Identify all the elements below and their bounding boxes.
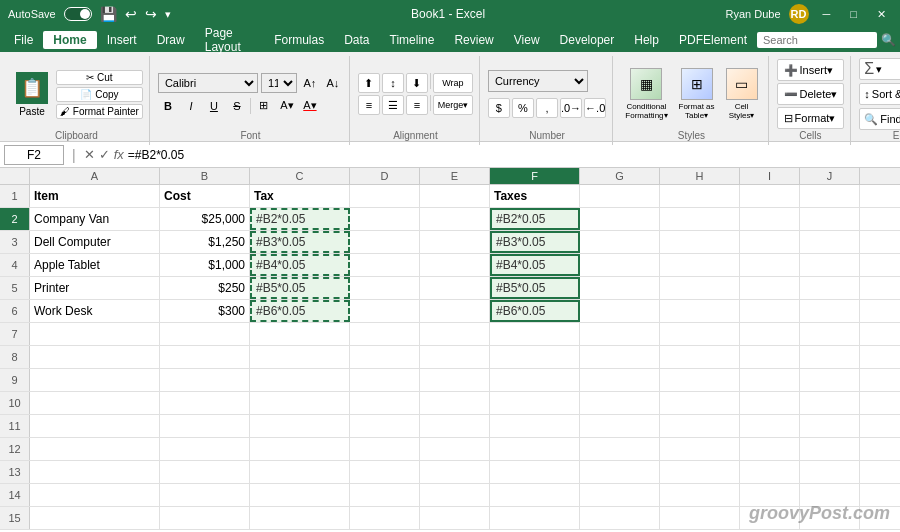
cell-i11[interactable] bbox=[740, 415, 800, 437]
cell-c15[interactable] bbox=[250, 507, 350, 529]
cell-i6[interactable] bbox=[740, 300, 800, 322]
cell-h4[interactable] bbox=[660, 254, 740, 276]
cell-d11[interactable] bbox=[350, 415, 420, 437]
cell-g9[interactable] bbox=[580, 369, 660, 391]
autosum-button[interactable]: Σ▾ bbox=[859, 58, 900, 80]
cell-a7[interactable] bbox=[30, 323, 160, 345]
cell-c7[interactable] bbox=[250, 323, 350, 345]
redo-icon[interactable]: ↪ bbox=[145, 6, 157, 22]
underline-button[interactable]: U bbox=[204, 96, 224, 116]
minimize-button[interactable]: ─ bbox=[817, 6, 837, 22]
cell-j14[interactable] bbox=[800, 484, 860, 506]
cell-j8[interactable] bbox=[800, 346, 860, 368]
cell-b12[interactable] bbox=[160, 438, 250, 460]
cell-d7[interactable] bbox=[350, 323, 420, 345]
cell-f2[interactable]: #B2*0.05 bbox=[490, 208, 580, 230]
cell-a10[interactable] bbox=[30, 392, 160, 414]
insert-cells-button[interactable]: ➕ Insert▾ bbox=[777, 59, 845, 81]
cell-h7[interactable] bbox=[660, 323, 740, 345]
cell-b5[interactable]: $250 bbox=[160, 277, 250, 299]
cell-f10[interactable] bbox=[490, 392, 580, 414]
search-input[interactable] bbox=[757, 32, 877, 48]
col-header-a[interactable]: A bbox=[30, 168, 160, 184]
copy-button[interactable]: 📄 Copy bbox=[56, 87, 143, 102]
cell-d12[interactable] bbox=[350, 438, 420, 460]
merge-button[interactable]: Merge▾ bbox=[433, 95, 473, 115]
cell-c8[interactable] bbox=[250, 346, 350, 368]
cell-g15[interactable] bbox=[580, 507, 660, 529]
cell-e9[interactable] bbox=[420, 369, 490, 391]
cell-f14[interactable] bbox=[490, 484, 580, 506]
cell-f9[interactable] bbox=[490, 369, 580, 391]
cell-f7[interactable] bbox=[490, 323, 580, 345]
cell-h9[interactable] bbox=[660, 369, 740, 391]
cell-h1[interactable] bbox=[660, 185, 740, 207]
cell-j5[interactable] bbox=[800, 277, 860, 299]
cell-a13[interactable] bbox=[30, 461, 160, 483]
find-select-button[interactable]: 🔍 Find & Select▾ bbox=[859, 108, 900, 130]
cell-g6[interactable] bbox=[580, 300, 660, 322]
cell-c3[interactable]: #B3*0.05 bbox=[250, 231, 350, 253]
wrap-text-button[interactable]: Wrap bbox=[433, 73, 473, 93]
cell-i4[interactable] bbox=[740, 254, 800, 276]
cell-h2[interactable] bbox=[660, 208, 740, 230]
cell-c9[interactable] bbox=[250, 369, 350, 391]
cell-d10[interactable] bbox=[350, 392, 420, 414]
italic-button[interactable]: I bbox=[181, 96, 201, 116]
menu-review[interactable]: Review bbox=[444, 31, 503, 49]
increase-decimal-button[interactable]: .0→ bbox=[560, 98, 582, 118]
cell-a5[interactable]: Printer bbox=[30, 277, 160, 299]
cut-button[interactable]: ✂ Cut bbox=[56, 70, 143, 85]
cell-d15[interactable] bbox=[350, 507, 420, 529]
cell-g1[interactable] bbox=[580, 185, 660, 207]
cell-d8[interactable] bbox=[350, 346, 420, 368]
cell-a6[interactable]: Work Desk bbox=[30, 300, 160, 322]
cell-g5[interactable] bbox=[580, 277, 660, 299]
cell-f11[interactable] bbox=[490, 415, 580, 437]
cell-e7[interactable] bbox=[420, 323, 490, 345]
cell-j6[interactable] bbox=[800, 300, 860, 322]
menu-data[interactable]: Data bbox=[334, 31, 379, 49]
align-left-button[interactable]: ≡ bbox=[358, 95, 380, 115]
cell-a11[interactable] bbox=[30, 415, 160, 437]
cell-e5[interactable] bbox=[420, 277, 490, 299]
format-cells-button[interactable]: ⊟ Format▾ bbox=[777, 107, 845, 129]
cell-h13[interactable] bbox=[660, 461, 740, 483]
conditional-formatting-button[interactable]: ▦ ConditionalFormatting▾ bbox=[621, 66, 671, 122]
format-painter-button[interactable]: 🖌 Format Painter bbox=[56, 104, 143, 119]
cell-c5[interactable]: #B5*0.05 bbox=[250, 277, 350, 299]
cell-i5[interactable] bbox=[740, 277, 800, 299]
cell-f3[interactable]: #B3*0.05 bbox=[490, 231, 580, 253]
cell-d5[interactable] bbox=[350, 277, 420, 299]
cell-h14[interactable] bbox=[660, 484, 740, 506]
cell-a14[interactable] bbox=[30, 484, 160, 506]
cell-e8[interactable] bbox=[420, 346, 490, 368]
comma-button[interactable]: , bbox=[536, 98, 558, 118]
cell-d1[interactable] bbox=[350, 185, 420, 207]
cell-e1[interactable] bbox=[420, 185, 490, 207]
cell-j4[interactable] bbox=[800, 254, 860, 276]
cell-b13[interactable] bbox=[160, 461, 250, 483]
menu-draw[interactable]: Draw bbox=[147, 31, 195, 49]
cell-j9[interactable] bbox=[800, 369, 860, 391]
cell-reference-input[interactable] bbox=[4, 145, 64, 165]
cell-b2[interactable]: $25,000 bbox=[160, 208, 250, 230]
cell-g2[interactable] bbox=[580, 208, 660, 230]
cell-g10[interactable] bbox=[580, 392, 660, 414]
menu-help[interactable]: Help bbox=[624, 31, 669, 49]
align-bottom-button[interactable]: ⬇ bbox=[406, 73, 428, 93]
cell-j12[interactable] bbox=[800, 438, 860, 460]
cell-i1[interactable] bbox=[740, 185, 800, 207]
cell-f5[interactable]: #B5*0.05 bbox=[490, 277, 580, 299]
font-name-select[interactable]: Calibri bbox=[158, 73, 258, 93]
format-as-table-button[interactable]: ⊞ Format asTable▾ bbox=[675, 66, 719, 122]
cell-b1[interactable]: Cost bbox=[160, 185, 250, 207]
cell-c1[interactable]: Tax bbox=[250, 185, 350, 207]
cell-i12[interactable] bbox=[740, 438, 800, 460]
align-middle-button[interactable]: ↕ bbox=[382, 73, 404, 93]
cell-b10[interactable] bbox=[160, 392, 250, 414]
sort-filter-button[interactable]: ↕ Sort & Filter▾ bbox=[859, 83, 900, 105]
undo-icon[interactable]: ↩ bbox=[125, 6, 137, 22]
search-icon[interactable]: 🔍 bbox=[881, 33, 896, 47]
menu-home[interactable]: Home bbox=[43, 31, 96, 49]
